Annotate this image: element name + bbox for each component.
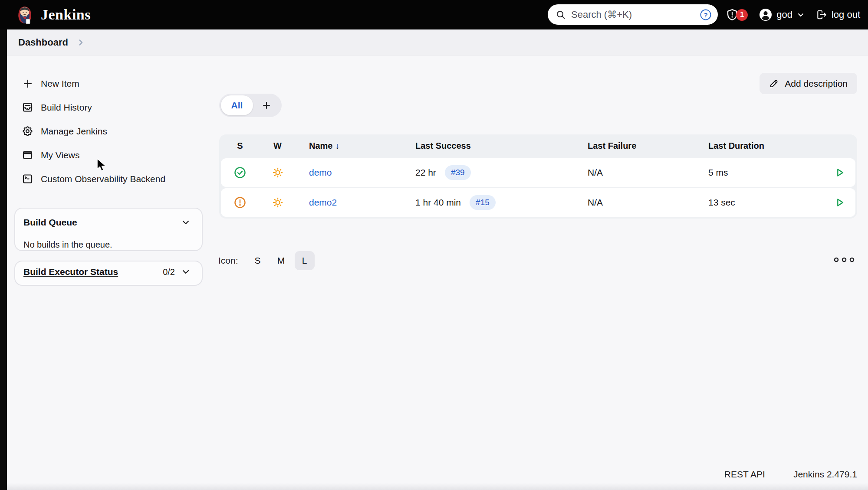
last-failure-value: N/A (575, 197, 603, 208)
search-help-icon[interactable]: ? (700, 9, 712, 21)
gear-icon (22, 125, 33, 137)
notification-count-badge[interactable]: 1 (736, 9, 748, 21)
plus-icon (22, 78, 33, 89)
logout-icon (816, 9, 827, 20)
sidebar-item-custom-observability-backend[interactable]: Custom Observability Backend (22, 167, 204, 191)
tab-all[interactable]: All (221, 95, 253, 115)
last-success-time: 22 hr (415, 167, 436, 178)
column-header-weather[interactable]: W (273, 141, 282, 151)
build-queue-empty-text: No builds in the queue. (23, 240, 194, 250)
icon-size-medium-button[interactable]: M (271, 251, 291, 270)
sidebar-item-manage-jenkins[interactable]: Manage Jenkins (22, 119, 204, 143)
last-failure-value: N/A (575, 167, 603, 178)
sidebar-item-new-item[interactable]: New Item (22, 72, 204, 95)
status-unstable-icon[interactable] (233, 196, 247, 209)
weather-sunny-icon[interactable] (271, 166, 285, 180)
column-header-status[interactable]: S (237, 141, 243, 151)
search-icon (556, 10, 566, 20)
sidebar-item-label: Manage Jenkins (41, 126, 107, 137)
rest-api-link[interactable]: REST API (724, 469, 765, 480)
logout-label: log out (832, 9, 860, 20)
add-description-label: Add description (785, 78, 848, 89)
chevron-down-icon (797, 11, 805, 19)
window-edge (0, 29, 7, 490)
bottom-fade (7, 483, 868, 490)
breadcrumb: Dashboard (0, 29, 868, 56)
last-duration-value: 13 sec (695, 197, 735, 208)
executor-collapse-button[interactable] (181, 267, 191, 277)
weather-sunny-icon[interactable] (271, 196, 285, 209)
run-build-button[interactable] (834, 167, 846, 179)
job-link-demo2[interactable]: demo2 (296, 197, 337, 208)
brand-wordmark: Jenkins (41, 7, 91, 23)
sidebar-item-label: New Item (41, 78, 79, 89)
column-header-last-duration[interactable]: Last Duration (695, 141, 764, 151)
view-tabs: All (219, 94, 282, 117)
jenkins-home-link[interactable]: Jenkins (15, 5, 91, 25)
top-bar: Jenkins ? 1 (0, 0, 868, 29)
breadcrumb-dashboard[interactable]: Dashboard (18, 37, 68, 48)
build-queue-title: Build Queue (23, 217, 77, 228)
breadcrumb-chevron-icon[interactable] (77, 39, 85, 46)
run-build-button[interactable] (834, 196, 846, 209)
window-icon (22, 149, 33, 161)
icon-size-small-button[interactable]: S (248, 251, 268, 270)
icon-size-selector: Icon: S M L (218, 251, 315, 271)
jenkins-version-label: Jenkins 2.479.1 (793, 469, 857, 480)
search-input[interactable] (571, 9, 700, 20)
sidebar-item-build-history[interactable]: Build History (22, 95, 204, 119)
sidebar-nav: New Item Build History Manage Jenkins (22, 72, 204, 191)
logout-button[interactable]: log out (816, 9, 860, 20)
new-view-tab-button[interactable] (253, 95, 280, 115)
last-duration-value: 5 ms (695, 167, 728, 178)
user-avatar (759, 8, 772, 21)
sidebar-item-label: Build History (41, 102, 92, 113)
build-number-link[interactable]: #39 (445, 165, 471, 180)
build-executor-status-link[interactable]: Build Executor Status (23, 267, 118, 277)
icon-size-label: Icon: (218, 255, 238, 266)
username-label: god (776, 9, 792, 20)
jobs-table: S W Name ↓ Last Success Last Failure Las… (219, 134, 857, 219)
column-header-name[interactable]: Name ↓ (296, 141, 339, 151)
build-queue-panel: Build Queue No builds in the queue. (14, 208, 203, 251)
terminal-icon (22, 173, 33, 185)
jobs-table-header: S W Name ↓ Last Success Last Failure Las… (221, 134, 855, 157)
sidebar-item-label: Custom Observability Backend (41, 174, 165, 184)
build-queue-collapse-button[interactable] (181, 218, 191, 227)
status-success-icon[interactable] (233, 166, 247, 179)
sidebar-item-label: My Views (41, 150, 79, 160)
ellipsis-icon (832, 255, 856, 265)
last-success-time: 1 hr 40 min (415, 197, 461, 208)
jenkins-butler-logo-icon (15, 5, 35, 25)
executor-count: 0/2 (163, 267, 175, 277)
search-box[interactable]: ? (548, 4, 718, 25)
footer: REST API Jenkins 2.479.1 (724, 469, 857, 480)
overflow-menu-button[interactable] (832, 255, 856, 265)
sort-descending-icon: ↓ (335, 141, 339, 150)
column-header-last-failure[interactable]: Last Failure (575, 141, 636, 151)
table-row-demo: demo 22 hr #39 N/A 5 ms (221, 158, 855, 187)
icon-size-large-button[interactable]: L (295, 251, 315, 270)
column-header-last-success[interactable]: Last Success (402, 141, 471, 151)
svg-text:?: ? (704, 11, 707, 18)
table-row-demo2: demo2 1 hr 40 min #15 N/A 13 sec (221, 188, 855, 217)
build-executor-status-panel: Build Executor Status 0/2 (14, 261, 203, 286)
job-link-demo[interactable]: demo (296, 167, 332, 178)
pencil-icon (769, 78, 779, 88)
sidebar-item-my-views[interactable]: My Views (22, 143, 204, 167)
build-history-icon (22, 101, 33, 113)
build-number-link[interactable]: #15 (470, 195, 496, 210)
plus-icon (261, 100, 272, 111)
add-description-button[interactable]: Add description (760, 73, 857, 94)
user-menu[interactable]: god (759, 8, 805, 21)
security-warnings-button[interactable]: 1 (726, 8, 748, 21)
